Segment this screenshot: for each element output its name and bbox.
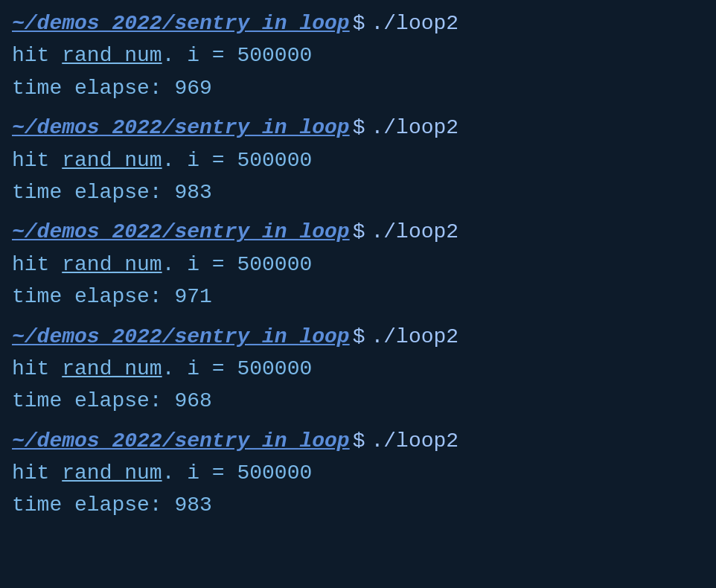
terminal-block-4: ~/demos_2022/sentry_in_loop$./loop2hit r… xyxy=(12,425,704,522)
prompt-path-2: ~/demos_2022/sentry_in_loop xyxy=(12,216,350,248)
prompt-dollar-0: $ xyxy=(353,7,365,39)
terminal-block-0: ~/demos_2022/sentry_in_loop$./loop2hit r… xyxy=(12,7,704,104)
output-rand-4: hit rand_num. i = 500000 xyxy=(12,457,704,489)
prompt-line-4: ~/demos_2022/sentry_in_loop$./loop2 xyxy=(12,425,704,457)
prompt-line-0: ~/demos_2022/sentry_in_loop$./loop2 xyxy=(12,7,704,39)
prompt-command-0: ./loop2 xyxy=(371,7,459,39)
output-time-1: time elapse: 983 xyxy=(12,176,704,208)
prompt-dollar-1: $ xyxy=(353,112,365,144)
prompt-path-0: ~/demos_2022/sentry_in_loop xyxy=(12,7,350,39)
prompt-command-2: ./loop2 xyxy=(371,216,459,248)
prompt-dollar-2: $ xyxy=(353,216,365,248)
terminal-block-1: ~/demos_2022/sentry_in_loop$./loop2hit r… xyxy=(12,112,704,208)
output-rand-3: hit rand_num. i = 500000 xyxy=(12,353,704,385)
prompt-command-4: ./loop2 xyxy=(371,425,459,457)
output-rand-0: hit rand_num. i = 500000 xyxy=(12,39,704,71)
terminal-block-3: ~/demos_2022/sentry_in_loop$./loop2hit r… xyxy=(12,321,704,418)
prompt-command-3: ./loop2 xyxy=(371,321,459,353)
output-time-4: time elapse: 983 xyxy=(12,489,704,521)
terminal-block-2: ~/demos_2022/sentry_in_loop$./loop2hit r… xyxy=(12,216,704,313)
output-time-2: time elapse: 971 xyxy=(12,281,704,313)
output-time-0: time elapse: 969 xyxy=(12,72,704,104)
output-rand-2: hit rand_num. i = 500000 xyxy=(12,249,704,281)
prompt-line-2: ~/demos_2022/sentry_in_loop$./loop2 xyxy=(12,216,704,248)
prompt-path-1: ~/demos_2022/sentry_in_loop xyxy=(12,112,350,144)
output-time-3: time elapse: 968 xyxy=(12,385,704,417)
prompt-dollar-3: $ xyxy=(353,321,365,353)
output-rand-1: hit rand_num. i = 500000 xyxy=(12,144,704,176)
prompt-line-1: ~/demos_2022/sentry_in_loop$./loop2 xyxy=(12,112,704,144)
terminal: ~/demos_2022/sentry_in_loop$./loop2hit r… xyxy=(0,0,716,588)
prompt-line-3: ~/demos_2022/sentry_in_loop$./loop2 xyxy=(12,321,704,353)
prompt-path-3: ~/demos_2022/sentry_in_loop xyxy=(12,321,350,353)
prompt-dollar-4: $ xyxy=(353,425,365,457)
prompt-path-4: ~/demos_2022/sentry_in_loop xyxy=(12,425,350,457)
prompt-command-1: ./loop2 xyxy=(371,112,459,144)
